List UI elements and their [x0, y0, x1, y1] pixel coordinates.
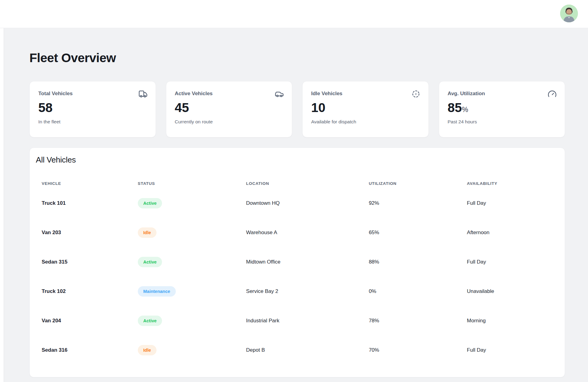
- stat-cards-row: Total Vehicles 58 In the fleet Active Ve…: [29, 81, 565, 137]
- table-row[interactable]: Van 203 Idle Warehouse A 65% Afternoon: [42, 218, 553, 247]
- vehicle-name: Van 203: [42, 230, 138, 236]
- utilization-cell: 92%: [369, 200, 467, 206]
- all-vehicles-card: All Vehicles VehicleStatusLocationUtiliz…: [29, 148, 565, 377]
- location-cell: Depot B: [246, 347, 369, 353]
- status-cell: Active: [138, 316, 246, 326]
- status-badge: Idle: [138, 345, 156, 356]
- vehicles-table: VehicleStatusLocationUtilizationAvailabi…: [36, 181, 559, 365]
- vehicle-name: Truck 101: [42, 200, 138, 206]
- utilization-cell: 65%: [369, 230, 467, 236]
- stat-card: Idle Vehicles 10 Available for dispatch: [302, 81, 429, 137]
- availability-cell: Unavailable: [467, 288, 553, 294]
- stat-caption: Past 24 hours: [448, 119, 556, 125]
- availability-cell: Afternoon: [467, 230, 553, 236]
- stat-label: Total Vehicles: [38, 91, 147, 97]
- status-cell: Active: [138, 257, 246, 268]
- status-badge: Active: [138, 257, 162, 268]
- top-bar: [0, 0, 588, 28]
- table-header-row: VehicleStatusLocationUtilizationAvailabi…: [42, 181, 553, 186]
- utilization-cell: 88%: [369, 259, 467, 265]
- status-badge: Idle: [138, 227, 156, 238]
- stat-value: 45: [175, 101, 284, 114]
- table-row[interactable]: Truck 102 Maintenance Service Bay 2 0% U…: [42, 277, 553, 306]
- stat-value: 58: [38, 101, 147, 114]
- truck-icon: [138, 89, 148, 99]
- table-row[interactable]: Van 204 Active Industrial Park 78% Morni…: [42, 306, 553, 335]
- page-title: Fleet Overview: [29, 51, 565, 65]
- table-row[interactable]: Truck 101 Active Downtown HQ 92% Full Da…: [42, 189, 553, 218]
- vehicle-name: Van 204: [42, 318, 138, 324]
- status-cell: Idle: [138, 345, 246, 356]
- stat-caption: In the fleet: [38, 119, 147, 125]
- utilization-cell: 70%: [369, 347, 467, 353]
- location-cell: Midtown Office: [246, 259, 369, 265]
- main-content: Fleet Overview Total Vehicles 58 In the …: [29, 28, 565, 377]
- table-row[interactable]: Sedan 316 Idle Depot B 70% Full Day: [42, 335, 553, 365]
- vehicle-name: Sedan 315: [42, 259, 138, 265]
- column-header-utilization: Utilization: [369, 181, 467, 186]
- stat-card: Avg. Utilization 85% Past 24 hours: [439, 81, 565, 137]
- status-badge: Active: [138, 316, 162, 326]
- availability-cell: Full Day: [467, 200, 553, 206]
- table-row[interactable]: Sedan 315 Active Midtown Office 88% Full…: [42, 247, 553, 277]
- availability-cell: Full Day: [467, 259, 553, 265]
- column-header-status: Status: [138, 181, 246, 186]
- status-cell: Maintenance: [138, 286, 246, 297]
- column-header-vehicle: Vehicle: [42, 181, 138, 186]
- circle-dashed-icon: [411, 89, 420, 99]
- location-cell: Industrial Park: [246, 318, 369, 324]
- location-cell: Warehouse A: [246, 230, 369, 236]
- availability-cell: Morning: [467, 318, 553, 324]
- stat-value: 10: [311, 101, 420, 114]
- location-cell: Downtown HQ: [246, 200, 369, 206]
- stat-label: Avg. Utilization: [448, 91, 556, 97]
- van-icon: [275, 89, 284, 99]
- column-header-availability: Availability: [467, 181, 553, 186]
- status-cell: Active: [138, 198, 246, 209]
- utilization-cell: 0%: [369, 288, 467, 294]
- stat-label: Active Vehicles: [175, 91, 284, 97]
- table-body: Truck 101 Active Downtown HQ 92% Full Da…: [42, 189, 553, 365]
- location-cell: Service Bay 2: [246, 288, 369, 294]
- left-rail: [0, 28, 4, 382]
- stat-caption: Currently on route: [175, 119, 284, 125]
- utilization-cell: 78%: [369, 318, 467, 324]
- stat-card: Total Vehicles 58 In the fleet: [29, 81, 156, 137]
- user-avatar-photo: [560, 5, 578, 22]
- stat-label: Idle Vehicles: [311, 91, 420, 97]
- status-badge: Active: [138, 198, 162, 209]
- vehicle-name: Truck 102: [42, 288, 138, 294]
- availability-cell: Full Day: [467, 347, 553, 353]
- vehicle-name: Sedan 316: [42, 347, 138, 353]
- status-badge: Maintenance: [138, 286, 176, 297]
- stat-caption: Available for dispatch: [311, 119, 420, 125]
- stat-value: 85%: [448, 101, 556, 114]
- table-title: All Vehicles: [36, 155, 559, 165]
- gauge-icon: [548, 89, 557, 99]
- user-avatar[interactable]: [560, 5, 578, 22]
- status-cell: Idle: [138, 227, 246, 238]
- column-header-location: Location: [246, 181, 369, 186]
- stat-card: Active Vehicles 45 Currently on route: [166, 81, 292, 137]
